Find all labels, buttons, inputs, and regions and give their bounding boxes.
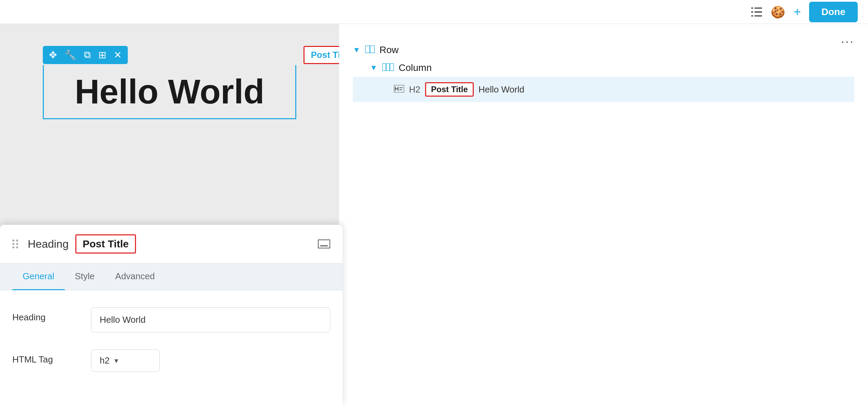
tab-style[interactable]: Style [65, 263, 105, 290]
element-container: ✥ 🔧 ⧉ ⊞ ✕ Post Title Hello World [43, 65, 296, 119]
column-block-icon [382, 63, 394, 73]
column-chevron-icon: ▼ [370, 63, 377, 72]
html-tag-field-row: HTML Tag h2 ▾ [12, 349, 330, 372]
right-panel: ··· ▼ Row ▼ Column [339, 24, 868, 406]
tree-h2-row[interactable]: H2 Post Title Hello World [353, 77, 854, 102]
close-icon[interactable]: ✕ [114, 49, 122, 61]
panel-dots-menu[interactable]: ··· [841, 34, 854, 49]
add-icon[interactable]: + [794, 5, 801, 19]
duplicate-icon[interactable]: ⧉ [84, 49, 91, 61]
done-button[interactable]: Done [809, 2, 858, 22]
tab-advanced[interactable]: Advanced [105, 263, 165, 290]
tree-hello-world-text: Hello World [479, 84, 524, 95]
panel-header: Heading Post Title [0, 225, 343, 263]
chevron-down-icon: ▾ [114, 356, 118, 365]
element-toolbar: ✥ 🔧 ⧉ ⊞ ✕ [43, 46, 128, 64]
drag-dots-row-3 [12, 246, 18, 248]
tree-column-label: Column [399, 62, 432, 73]
drag-dot [16, 239, 18, 242]
svg-rect-1 [751, 7, 753, 9]
tree-post-title-badge[interactable]: Post Title [425, 82, 474, 97]
drag-dot [12, 243, 14, 245]
list-icon[interactable] [751, 7, 762, 17]
tab-general[interactable]: General [12, 263, 65, 290]
row-block-icon [365, 45, 375, 56]
html-tag-value: h2 [100, 355, 110, 366]
bottom-panel: Heading Post Title General Style Advance… [0, 225, 343, 406]
svg-rect-5 [751, 15, 753, 16]
svg-rect-3 [751, 11, 753, 13]
svg-rect-2 [754, 11, 762, 13]
tree-container: ▼ Row ▼ Column [339, 24, 868, 102]
heading-field-input[interactable] [91, 307, 330, 332]
cookie-icon[interactable]: 🍪 [770, 4, 785, 20]
svg-rect-8 [382, 63, 394, 71]
drag-dot [12, 239, 14, 242]
drag-dots-row-2 [12, 243, 18, 245]
row-chevron-icon: ▼ [353, 46, 360, 54]
drag-dot [16, 243, 18, 245]
move-icon[interactable]: ✥ [49, 49, 57, 61]
drag-dots-row-1 [12, 239, 18, 242]
wrench-icon[interactable]: 🔧 [64, 49, 76, 61]
drag-dot [12, 246, 14, 248]
heading-field-label: Heading [12, 307, 81, 323]
panel-widget-type-label: Heading [28, 238, 69, 250]
panel-tabs: General Style Advanced [0, 263, 343, 290]
svg-rect-0 [754, 7, 762, 9]
minimize-icon [320, 245, 328, 246]
html-tag-field-label: HTML Tag [12, 349, 81, 365]
svg-rect-4 [754, 15, 762, 16]
tree-row-label: Row [380, 45, 399, 56]
html-tag-select[interactable]: h2 ▾ [91, 349, 160, 372]
panel-drag-handle[interactable] [12, 239, 18, 248]
panel-content: Heading HTML Tag h2 ▾ [0, 290, 343, 406]
tree-h2-tag: H2 [409, 84, 420, 95]
panel-post-title-badge: Post Title [75, 234, 136, 254]
top-toolbar: 🍪 + Done [0, 0, 868, 24]
heading-block-icon [394, 84, 404, 95]
tree-row-item[interactable]: ▼ Row [353, 41, 854, 59]
columns-icon[interactable]: ⊞ [98, 49, 106, 61]
tree-column-item[interactable]: ▼ Column [353, 59, 854, 77]
canvas-heading-text: Hello World [43, 65, 296, 119]
drag-dot [16, 246, 18, 248]
panel-minimize-button[interactable] [318, 239, 330, 248]
heading-field-row: Heading [12, 307, 330, 332]
